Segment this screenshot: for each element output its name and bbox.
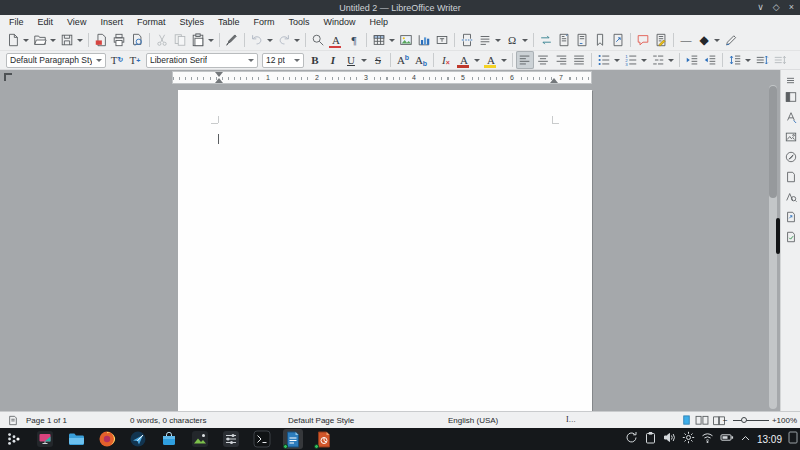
decrease-indent-button[interactable] <box>701 51 719 69</box>
line-spacing-dropdown[interactable] <box>745 59 751 62</box>
taskbar-clock[interactable]: 13:09 <box>757 434 782 445</box>
draw-functions-button[interactable] <box>722 31 740 49</box>
battery-icon[interactable] <box>720 430 734 448</box>
superscript-button[interactable]: Ab <box>394 51 412 69</box>
redo-button[interactable] <box>275 31 293 49</box>
highlight-color-dropdown[interactable] <box>501 59 507 62</box>
screen-recorder-task[interactable] <box>35 429 55 449</box>
document-page[interactable] <box>178 90 592 411</box>
undo-dropdown[interactable] <box>267 39 273 42</box>
ordered-list-button[interactable]: 123 <box>622 51 640 69</box>
print-preview-button[interactable] <box>128 31 146 49</box>
menu-form[interactable]: Form <box>246 15 281 30</box>
menu-table[interactable]: Table <box>211 15 247 30</box>
underline-button[interactable]: U <box>342 51 360 69</box>
menu-file[interactable]: File <box>2 15 31 30</box>
word-count-status[interactable]: 0 words, 0 characters <box>130 416 206 426</box>
menu-styles[interactable]: Styles <box>172 15 211 30</box>
italic-button[interactable]: I <box>324 51 342 69</box>
sidebar-settings-button[interactable] <box>784 74 797 87</box>
horizontal-line-button[interactable]: — <box>677 31 695 49</box>
insert-text-box-button[interactable] <box>433 31 451 49</box>
menu-view[interactable]: View <box>60 15 93 30</box>
insert-chart-button[interactable] <box>415 31 433 49</box>
page-count-status[interactable]: Page 1 of 1 <box>26 416 67 426</box>
language-status[interactable]: English (USA) <box>448 416 498 426</box>
right-indent-marker[interactable] <box>550 78 558 83</box>
menu-edit[interactable]: Edit <box>31 15 61 30</box>
insert-endnote-button[interactable] <box>573 31 591 49</box>
minimize-icon[interactable]: ∨ <box>757 0 764 15</box>
export-pdf-button[interactable] <box>92 31 110 49</box>
sidebar-tab-gallery[interactable] <box>784 130 797 143</box>
font-name-combo[interactable]: Liberation Serif <box>146 53 258 68</box>
menu-help[interactable]: Help <box>362 15 395 30</box>
first-line-indent-marker[interactable] <box>215 72 223 77</box>
cut-button[interactable] <box>153 31 171 49</box>
libreoffice-impress-task[interactable] <box>314 429 334 449</box>
insert-bookmark-button[interactable] <box>591 31 609 49</box>
sidebar-tab-properties[interactable] <box>784 90 797 103</box>
horizontal-ruler[interactable]: 1 2 3 4 5 6 7 <box>172 71 592 84</box>
insert-table-dropdown[interactable] <box>389 39 395 42</box>
decrease-paragraph-spacing-button[interactable] <box>771 51 789 69</box>
system-settings-task[interactable] <box>221 429 241 449</box>
file-manager-task[interactable] <box>66 429 86 449</box>
volume-icon[interactable] <box>663 430 676 448</box>
globe-app-task[interactable] <box>128 429 148 449</box>
open-button[interactable] <box>31 31 49 49</box>
page-style-status[interactable]: Default Page Style <box>288 416 354 426</box>
menu-format[interactable]: Format <box>130 15 173 30</box>
outline-list-dropdown[interactable] <box>668 59 674 62</box>
ordered-list-dropdown[interactable] <box>641 59 647 62</box>
show-desktop-icon[interactable] <box>788 430 798 448</box>
underline-dropdown[interactable] <box>361 59 367 62</box>
new-style-button[interactable]: T+ <box>126 51 144 69</box>
strikethrough-button[interactable]: S <box>369 51 387 69</box>
unordered-list-button[interactable] <box>595 51 613 69</box>
image-viewer-task[interactable] <box>190 429 210 449</box>
insert-field-dropdown[interactable] <box>495 39 501 42</box>
scrollbar-thumb[interactable] <box>769 86 777 198</box>
clear-formatting-button[interactable]: I× <box>437 51 455 69</box>
track-changes-button[interactable] <box>652 31 670 49</box>
font-size-combo[interactable]: 12 pt <box>262 53 304 68</box>
software-update-icon[interactable] <box>625 430 638 448</box>
align-center-button[interactable] <box>534 51 552 69</box>
subscript-button[interactable]: Ab <box>412 51 430 69</box>
insert-comment-button[interactable] <box>634 31 652 49</box>
open-dropdown[interactable] <box>50 39 56 42</box>
outline-list-button[interactable] <box>649 51 667 69</box>
zoom-out-button[interactable]: − <box>723 416 728 426</box>
zoom-level[interactable]: 100% <box>777 416 797 426</box>
insert-image-button[interactable] <box>397 31 415 49</box>
paragraph-style-combo[interactable]: Default Paragraph Style <box>6 53 106 68</box>
menu-tools[interactable]: Tools <box>281 15 316 30</box>
insert-page-break-button[interactable] <box>458 31 476 49</box>
bold-button[interactable]: B <box>306 51 324 69</box>
align-left-button[interactable] <box>516 51 534 69</box>
menu-window[interactable]: Window <box>316 15 362 30</box>
insert-field-button[interactable] <box>476 31 494 49</box>
new-document-button[interactable] <box>4 31 22 49</box>
sidebar-tab-navigator[interactable] <box>784 150 797 163</box>
selection-mode-icon[interactable]: I… <box>566 415 576 425</box>
firefox-task[interactable] <box>97 429 117 449</box>
insert-hyperlink-button[interactable] <box>537 31 555 49</box>
basic-shapes-dropdown[interactable] <box>714 39 720 42</box>
new-dropdown[interactable] <box>23 39 29 42</box>
spelling-button[interactable]: A <box>327 31 345 49</box>
increase-paragraph-spacing-button[interactable] <box>753 51 771 69</box>
maximize-icon[interactable]: ◇ <box>773 0 780 15</box>
wifi-icon[interactable] <box>701 430 714 448</box>
discover-task[interactable] <box>159 429 179 449</box>
line-spacing-button[interactable] <box>726 51 744 69</box>
special-character-dropdown[interactable] <box>522 39 528 42</box>
find-replace-button[interactable] <box>309 31 327 49</box>
update-style-button[interactable]: T↻ <box>108 51 126 69</box>
brightness-icon[interactable] <box>682 430 695 448</box>
copy-button[interactable] <box>171 31 189 49</box>
zoom-slider[interactable] <box>733 420 769 421</box>
zoom-slider-thumb[interactable] <box>741 417 747 423</box>
align-right-button[interactable] <box>552 51 570 69</box>
